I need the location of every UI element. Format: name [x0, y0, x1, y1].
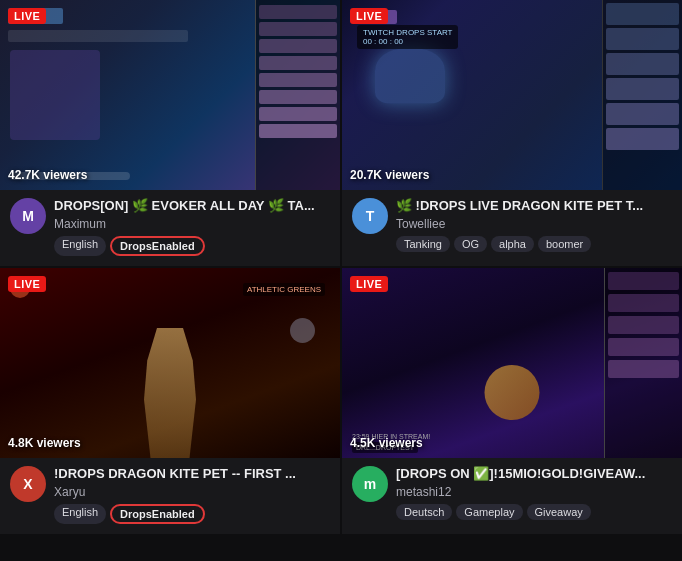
badge-row: LIVE [350, 276, 388, 292]
live-badge: LIVE [8, 276, 46, 292]
stream-info: m [DROPS ON ✅]!15MIO!GOLD!GIVEAW... meta… [342, 458, 682, 530]
tags-list: English DropsEnabled [54, 236, 330, 256]
channel-name[interactable]: Towelliee [396, 217, 672, 231]
channel-name[interactable]: Maximum [54, 217, 330, 231]
stream-meta: 🌿 !DROPS LIVE DRAGON KITE PET T... Towel… [396, 198, 672, 252]
stream-card-1[interactable]: LIVE 42.7K viewers M DROPS[ON] 🌿 EVOKER … [0, 0, 340, 266]
stream-grid: LIVE 42.7K viewers M DROPS[ON] 🌿 EVOKER … [0, 0, 682, 534]
badge-row: LIVE [350, 8, 388, 24]
tag[interactable]: OG [454, 236, 487, 252]
avatar[interactable]: m [352, 466, 388, 502]
stream-meta: !DROPS DRAGON KITE PET -- FIRST ... Xary… [54, 466, 330, 524]
tag[interactable]: Deutsch [396, 504, 452, 520]
tag[interactable]: English [54, 504, 106, 524]
tags-list: English DropsEnabled [54, 504, 330, 524]
stream-info: T 🌿 !DROPS LIVE DRAGON KITE PET T... Tow… [342, 190, 682, 262]
badge-row: LIVE [8, 276, 46, 292]
stream-title: [DROPS ON ✅]!15MIO!GOLD!GIVEAW... [396, 466, 672, 483]
tag[interactable]: boomer [538, 236, 591, 252]
stream-info: M DROPS[ON] 🌿 EVOKER ALL DAY 🌿 TA... Max… [0, 190, 340, 266]
stream-thumbnail[interactable]: ATHLETIC GREENS LIVE 4.8K viewers [0, 268, 340, 458]
avatar[interactable]: X [10, 466, 46, 502]
viewer-count: 4.8K viewers [8, 436, 81, 450]
stream-meta: DROPS[ON] 🌿 EVOKER ALL DAY 🌿 TA... Maxim… [54, 198, 330, 256]
avatar[interactable]: T [352, 198, 388, 234]
avatar[interactable]: M [10, 198, 46, 234]
tag[interactable]: alpha [491, 236, 534, 252]
tag[interactable]: DropsEnabled [110, 504, 205, 524]
tags-list: Tanking OG alpha boomer [396, 236, 672, 252]
channel-name[interactable]: metashi12 [396, 485, 672, 499]
stream-meta: [DROPS ON ✅]!15MIO!GOLD!GIVEAW... metash… [396, 466, 672, 520]
stream-title: !DROPS DRAGON KITE PET -- FIRST ... [54, 466, 330, 483]
stream-thumbnail[interactable]: TWITCH DROPS START00 : 00 : 00 LIVE 20.7… [342, 0, 682, 190]
tag[interactable]: English [54, 236, 106, 256]
stream-title: 🌿 !DROPS LIVE DRAGON KITE PET T... [396, 198, 672, 215]
tag[interactable]: DropsEnabled [110, 236, 205, 256]
stream-info: X !DROPS DRAGON KITE PET -- FIRST ... Xa… [0, 458, 340, 534]
live-badge: LIVE [350, 276, 388, 292]
stream-title: DROPS[ON] 🌿 EVOKER ALL DAY 🌿 TA... [54, 198, 330, 215]
stream-thumbnail[interactable]: DRL...DROPTEST 23:59 HIER IN STREAM! LIV… [342, 268, 682, 458]
tag[interactable]: Tanking [396, 236, 450, 252]
tag[interactable]: Giveaway [527, 504, 591, 520]
stream-card-4[interactable]: DRL...DROPTEST 23:59 HIER IN STREAM! LIV… [342, 268, 682, 534]
viewer-count: 42.7K viewers [8, 168, 87, 182]
stream-card-2[interactable]: TWITCH DROPS START00 : 00 : 00 LIVE 20.7… [342, 0, 682, 266]
tags-list: Deutsch Gameplay Giveaway [396, 504, 672, 520]
viewer-count: 4.5K viewers [350, 436, 423, 450]
viewer-count: 20.7K viewers [350, 168, 429, 182]
tag[interactable]: Gameplay [456, 504, 522, 520]
channel-name[interactable]: Xaryu [54, 485, 330, 499]
stream-card-3[interactable]: ATHLETIC GREENS LIVE 4.8K viewers X !DRO… [0, 268, 340, 534]
stream-thumbnail[interactable]: LIVE 42.7K viewers [0, 0, 340, 190]
live-badge: LIVE [8, 8, 46, 24]
live-badge: LIVE [350, 8, 388, 24]
badge-row: LIVE [8, 8, 46, 24]
